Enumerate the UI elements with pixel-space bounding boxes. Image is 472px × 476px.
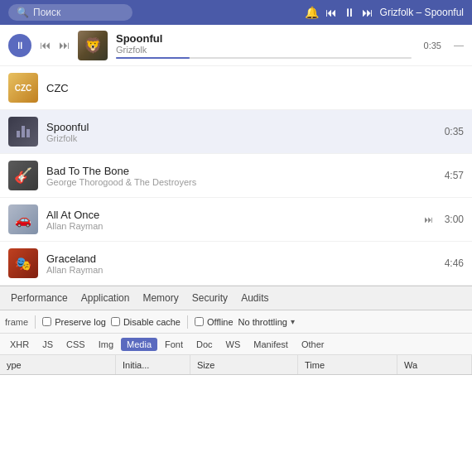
pause-icon[interactable]: ⏸: [344, 6, 355, 19]
th-initiator: Initia...: [116, 355, 190, 374]
next-button[interactable]: ⏭: [59, 39, 70, 51]
no-throttling-label: No throttling: [238, 317, 287, 327]
track-item-name: All At Once: [46, 209, 416, 221]
search-box[interactable]: 🔍 Поиск: [8, 4, 132, 21]
track-item-info: All At Once Allan Rayman: [46, 209, 416, 231]
track-item-time: 3:00: [445, 214, 464, 225]
search-label: Поиск: [33, 7, 60, 18]
th-size: Size: [190, 355, 298, 374]
devtools-table-header: ype Initia... Size Time Wa: [0, 355, 472, 375]
volume-icon[interactable]: —: [454, 40, 464, 51]
track-item-info: Graceland Allan Rayman: [46, 252, 436, 275]
top-controls: 🔔 ⏮ ⏸ ⏭ Grizfolk – Spoonful: [305, 6, 464, 19]
filter-tab-font[interactable]: Font: [159, 338, 189, 351]
throttle-item[interactable]: No throttling ▾: [238, 317, 295, 327]
queue-icon: ⏭: [424, 214, 433, 224]
track-thumb: 🚗: [8, 204, 38, 234]
devtools-filter: XHR JS CSS Img Media Font Doc WS Manifes…: [0, 334, 472, 355]
devtools-toolbar: frame Preserve log Disable cache Offline…: [0, 310, 472, 334]
frame-label: frame: [5, 317, 28, 327]
frame-item: frame: [5, 317, 28, 327]
skip-forward-icon[interactable]: ⏭: [362, 6, 373, 19]
track-item-name: CZC: [46, 82, 464, 94]
preserve-log-checkbox[interactable]: [42, 317, 51, 326]
now-playing-track-name: Spoonful: [116, 32, 412, 45]
devtools-table-body: [0, 375, 472, 441]
preserve-log-item[interactable]: Preserve log: [42, 317, 106, 327]
now-playing-time: 0:35: [424, 41, 441, 50]
preserve-log-label: Preserve log: [55, 317, 106, 327]
track-thumb: 🎸: [8, 161, 38, 190]
track-item-artist: Allan Rayman: [46, 265, 436, 275]
filter-tab-other[interactable]: Other: [296, 338, 330, 351]
track-item-name: Spoonful: [46, 121, 436, 133]
offline-item[interactable]: Offline: [195, 317, 234, 327]
track-item-time: 4:57: [445, 170, 464, 181]
track-item-name: Graceland: [46, 252, 436, 265]
now-playing-details: Spoonful Grizfolk: [116, 32, 412, 59]
devtab-security[interactable]: Security: [185, 288, 234, 308]
throttle-chevron-icon[interactable]: ▾: [291, 317, 295, 326]
toolbar-sep2: [187, 315, 188, 329]
track-thumb: [8, 117, 38, 147]
progress-bar[interactable]: [116, 57, 412, 59]
track-item[interactable]: 🎭 Graceland Allan Rayman 4:46: [0, 242, 472, 286]
th-waterfall: Wa: [397, 355, 472, 374]
track-item-artist: Allan Rayman: [46, 221, 416, 231]
filter-tab-doc[interactable]: Doc: [190, 338, 219, 351]
play-pause-button[interactable]: ⏸: [8, 34, 31, 57]
track-list: CZC CZC Spoonful Grizfolk 0:35 🎸 Bad To …: [0, 66, 472, 286]
offline-checkbox[interactable]: [195, 317, 204, 326]
track-item-artist: George Thorogood & The Destroyers: [46, 177, 436, 187]
now-playing-album-art: 🦁: [78, 31, 108, 60]
track-item[interactable]: CZC CZC: [0, 66, 472, 110]
bell-icon[interactable]: 🔔: [305, 6, 319, 19]
th-type: ype: [0, 355, 116, 374]
track-item-artist: Grizfolk: [46, 133, 436, 143]
search-icon: 🔍: [17, 7, 29, 18]
track-item-name: Bad To The Bone: [46, 165, 436, 177]
track-item-info: Bad To The Bone George Thorogood & The D…: [46, 165, 436, 187]
track-item-info: Spoonful Grizfolk: [46, 121, 436, 143]
now-playing-bar: ⏸ ⏮ ⏭ 🦁 Spoonful Grizfolk 0:35 —: [0, 25, 472, 66]
toolbar-sep1: [35, 315, 36, 329]
filter-tab-manifest[interactable]: Manifest: [248, 338, 294, 351]
filter-tab-media[interactable]: Media: [121, 338, 157, 351]
track-item-time: 4:46: [445, 257, 464, 269]
disable-cache-item[interactable]: Disable cache: [111, 317, 181, 327]
skip-back-icon[interactable]: ⏮: [325, 6, 337, 19]
filter-tab-xhr[interactable]: XHR: [4, 338, 35, 351]
track-item-info: CZC: [46, 82, 464, 94]
devtab-memory[interactable]: Memory: [136, 288, 185, 308]
track-thumb: 🎭: [8, 248, 38, 278]
filter-tab-js[interactable]: JS: [36, 338, 59, 351]
devtab-audits[interactable]: Audits: [234, 288, 275, 308]
track-item[interactable]: 🎸 Bad To The Bone George Thorogood & The…: [0, 154, 472, 198]
disable-cache-checkbox[interactable]: [111, 317, 120, 326]
filter-tab-css[interactable]: CSS: [60, 338, 91, 351]
offline-label: Offline: [207, 317, 234, 327]
filter-tab-ws[interactable]: WS: [220, 338, 247, 351]
th-time: Time: [298, 355, 397, 374]
filter-tab-img[interactable]: Img: [93, 338, 119, 351]
prev-button[interactable]: ⏮: [40, 39, 51, 51]
now-playing-artist: Grizfolk: [116, 45, 412, 55]
top-track-label: Grizfolk – Spoonful: [380, 7, 464, 18]
track-item[interactable]: Spoonful Grizfolk 0:35: [0, 110, 472, 154]
track-thumb: CZC: [8, 73, 38, 103]
disable-cache-label: Disable cache: [123, 317, 181, 327]
top-bar: 🔍 Поиск 🔔 ⏮ ⏸ ⏭ Grizfolk – Spoonful: [0, 0, 472, 25]
devtab-performance[interactable]: Performance: [4, 288, 75, 308]
devtools-tabs1: Performance Application Memory Security …: [0, 286, 472, 310]
track-item-time: 0:35: [445, 126, 464, 137]
track-item[interactable]: 🚗 All At Once Allan Rayman ⏭ 3:00: [0, 198, 472, 242]
devtab-application[interactable]: Application: [75, 288, 137, 308]
